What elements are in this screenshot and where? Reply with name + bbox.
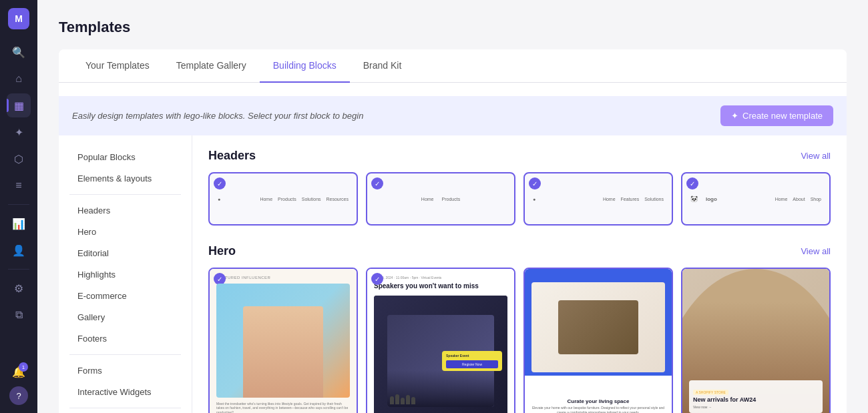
hero-card-influencer[interactable]: ✓ FEATURED INFLUENCER Meet the trendsett… bbox=[208, 268, 358, 413]
furniture-block bbox=[558, 300, 638, 354]
hero-fashion-content: A SHOPIFY STORE New arrivals for AW24 Vi… bbox=[682, 269, 829, 413]
sidebar-item-analytics[interactable]: ≡ bbox=[7, 173, 31, 197]
left-sidebar-popular: Popular Blocks Elements & layouts bbox=[59, 147, 192, 189]
sidebar-item-help[interactable]: ? bbox=[9, 386, 28, 405]
sidebar-item-charts[interactable]: 📊 bbox=[7, 212, 31, 236]
sidebar-item-users[interactable]: 👤 bbox=[7, 238, 31, 262]
influencer-person bbox=[243, 306, 323, 397]
header-mock-2: HomeProducts bbox=[367, 173, 514, 224]
header-logo-1: ● bbox=[218, 197, 220, 201]
headers-view-all[interactable]: View all bbox=[801, 151, 831, 161]
speaker-image: Speaker Event Register Now bbox=[374, 296, 507, 413]
check-icon-4: ✓ bbox=[686, 177, 698, 189]
tab-template-gallery[interactable]: Template Gallery bbox=[163, 49, 260, 83]
app-logo[interactable]: M bbox=[8, 8, 29, 29]
header-mock-4: 🐼 logo HomeAboutShop bbox=[682, 173, 829, 224]
speaker-overlay: Speaker Event Register Now bbox=[442, 351, 502, 371]
tab-brand-kit[interactable]: Brand Kit bbox=[350, 49, 415, 83]
hero-section-header: Hero View all bbox=[208, 244, 831, 258]
hero-living-content: Curate your living space Elevate your ho… bbox=[525, 269, 672, 413]
header-nav-4: HomeAboutShop bbox=[775, 197, 821, 201]
banner-text: Easily design templates with lego-like b… bbox=[72, 111, 363, 121]
hero-view-all[interactable]: View all bbox=[801, 246, 831, 256]
hero-card-speaker[interactable]: ✓ Oct 15, 2024 · 11:00am - 5pm · Virtual… bbox=[366, 268, 515, 413]
fashion-title: New arrivals for AW24 bbox=[693, 396, 819, 404]
check-icon-hero-2: ✓ bbox=[371, 273, 383, 285]
headers-title: Headers bbox=[208, 149, 256, 163]
left-sidebar-more: Forms Interactive Widgets bbox=[59, 360, 192, 402]
tab-your-templates[interactable]: Your Templates bbox=[72, 49, 163, 83]
sidebar-item-gallery[interactable]: Gallery bbox=[69, 307, 181, 328]
banner: Easily design templates with lego-like b… bbox=[59, 96, 847, 135]
headers-grid: ✓ ● HomeProductsSolutionsResources ✓ bbox=[208, 172, 831, 226]
sidebar-item-settings[interactable]: ⚙ bbox=[7, 276, 31, 300]
sidebar-item-headers[interactable]: Headers bbox=[69, 200, 181, 221]
speaker-meta: Oct 15, 2024 · 11:00am - 5pm · Virtual E… bbox=[374, 276, 507, 280]
sidebar-item-editorial[interactable]: Editorial bbox=[69, 243, 181, 264]
sidebar: M 🔍 ⌂ ▦ ✦ ⬡ ≡ 📊 👤 ⚙ ⧉ 🔔 1 ? bbox=[0, 0, 37, 413]
left-sidebar: Popular Blocks Elements & layouts Header… bbox=[59, 135, 192, 413]
header-card-2[interactable]: ✓ HomeProducts bbox=[366, 172, 515, 226]
blocks-content: Headers View all ✓ ● HomeProductsSolutio… bbox=[192, 135, 847, 413]
fashion-link: View now → bbox=[693, 405, 819, 409]
sidebar-item-blocks[interactable]: ⧉ bbox=[7, 303, 31, 327]
sidebar-divider-left-3 bbox=[69, 408, 181, 408]
sidebar-item-elements-layouts[interactable]: Elements & layouts bbox=[69, 168, 181, 189]
header-nav-1: HomeProductsSolutionsResources bbox=[260, 197, 349, 201]
sidebar-item-footers[interactable]: Footers bbox=[69, 328, 181, 349]
sidebar-item-notifications[interactable]: 🔔 1 bbox=[7, 360, 31, 384]
create-label: Create new template bbox=[742, 111, 823, 121]
create-icon: ✦ bbox=[731, 111, 738, 121]
speaker-title: Speakers you won't want to miss bbox=[374, 282, 507, 290]
hero-card-living[interactable]: ✓ Curate your living space Elevate your … bbox=[523, 268, 673, 413]
header-card-4[interactable]: ✓ 🐼 logo HomeAboutShop bbox=[681, 172, 831, 226]
hero-influencer-content: FEATURED INFLUENCER Meet the trendsetter… bbox=[210, 269, 357, 413]
header-card-3[interactable]: ✓ ● HomeFeaturesSolutions bbox=[523, 172, 673, 226]
hero-speaker-content: Oct 15, 2024 · 11:00am - 5pm · Virtual E… bbox=[367, 269, 514, 413]
crowd-silhouettes bbox=[387, 370, 494, 407]
living-desc: Elevate your home with our bespoke furni… bbox=[531, 406, 665, 413]
influencer-tag: FEATURED INFLUENCER bbox=[216, 276, 350, 280]
sidebar-item-forms[interactable]: Forms bbox=[69, 360, 181, 381]
page-title: Templates bbox=[59, 19, 847, 36]
check-icon-2: ✓ bbox=[371, 177, 383, 189]
hero-grid: ✓ FEATURED INFLUENCER Meet the trendsett… bbox=[208, 268, 831, 413]
furniture-image bbox=[531, 282, 665, 372]
check-icon-1: ✓ bbox=[214, 177, 226, 189]
living-text-area: Curate your living space Elevate your ho… bbox=[531, 398, 665, 413]
sidebar-item-popular-blocks[interactable]: Popular Blocks bbox=[69, 147, 181, 167]
check-icon-3: ✓ bbox=[529, 177, 541, 189]
speaker-bg: Speaker Event Register Now bbox=[374, 296, 507, 413]
hero-card-fashion[interactable]: ✓ A SHOPIFY STORE New arrivals for AW24 … bbox=[681, 268, 831, 413]
sidebar-item-ecommerce[interactable]: E-commerce bbox=[69, 286, 181, 306]
hero-title: Hero bbox=[208, 244, 236, 258]
main-content: Templates Your Templates Template Galler… bbox=[37, 0, 868, 413]
tab-building-blocks[interactable]: Building Blocks bbox=[260, 49, 350, 83]
speaker-overlay-title: Speaker Event bbox=[446, 354, 498, 358]
inner-content: Popular Blocks Elements & layouts Header… bbox=[59, 135, 847, 413]
sidebar-item-templates[interactable]: ▦ bbox=[7, 93, 31, 117]
header-nav-3: HomeFeaturesSolutions bbox=[603, 197, 664, 201]
page: Templates Your Templates Template Galler… bbox=[37, 0, 868, 413]
sidebar-item-share[interactable]: ⬡ bbox=[7, 147, 31, 171]
sidebar-item-interactive-widgets[interactable]: Interactive Widgets bbox=[69, 382, 181, 402]
sidebar-item-integrations[interactable]: ✦ bbox=[7, 120, 31, 144]
sidebar-item-search[interactable]: 🔍 bbox=[7, 40, 31, 64]
fashion-tag: A SHOPIFY STORE bbox=[693, 390, 728, 395]
influencer-image bbox=[216, 284, 350, 398]
left-sidebar-blocks: Headers Hero Editorial Highlights E-comm… bbox=[59, 200, 192, 349]
fashion-overlay: A SHOPIFY STORE New arrivals for AW24 Vi… bbox=[689, 380, 823, 413]
notification-badge: 1 bbox=[19, 362, 28, 372]
sidebar-item-home[interactable]: ⌂ bbox=[7, 67, 31, 91]
header-card-1[interactable]: ✓ ● HomeProductsSolutionsResources bbox=[208, 172, 358, 226]
sidebar-divider-2 bbox=[8, 269, 29, 270]
sidebar-divider-left-2 bbox=[69, 354, 181, 355]
living-title: Curate your living space bbox=[531, 398, 665, 404]
create-new-template-button[interactable]: ✦ Create new template bbox=[720, 105, 833, 126]
header-mock-3: ● HomeFeaturesSolutions bbox=[525, 173, 672, 224]
sidebar-item-hero[interactable]: Hero bbox=[69, 222, 181, 242]
headers-section-header: Headers View all bbox=[208, 149, 831, 163]
sidebar-divider-left-1 bbox=[69, 194, 181, 195]
sidebar-item-highlights[interactable]: Highlights bbox=[69, 264, 181, 285]
influencer-desc: Meet the trendsetter who's turning likes… bbox=[216, 402, 350, 414]
